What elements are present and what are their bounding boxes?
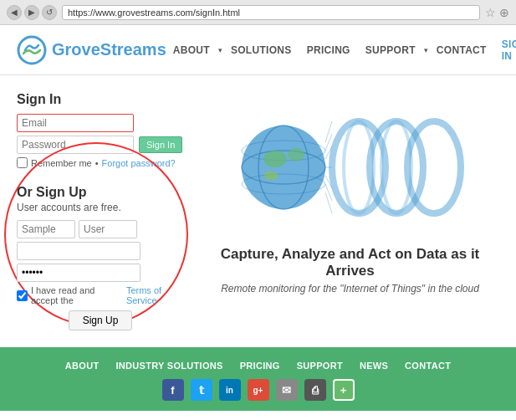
footer-nav-industry[interactable]: INDUSTRY SOLUTIONS	[115, 361, 222, 371]
signup-section: Or Sign Up User accounts are free. sampl…	[17, 185, 184, 330]
svg-line-20	[325, 192, 332, 213]
address-bar[interactable]: https://www.grovestreams.com/signIn.html	[62, 5, 480, 20]
logo-text: GroveStreams	[52, 40, 166, 59]
left-panel: Sign In Sign In Remember me • Forgot pas…	[17, 92, 184, 330]
site-header: GroveStreams ABOUT▾ SOLUTIONS PRICING SU…	[0, 25, 516, 75]
name-row	[17, 220, 184, 238]
signup-password-input[interactable]	[17, 264, 140, 282]
refresh-button[interactable]: ↺	[42, 5, 57, 20]
social-icons: f 𝕥 in g+ ✉ ⎙ +	[17, 379, 499, 401]
footer-nav-support[interactable]: SUPPORT	[297, 361, 343, 371]
main-content: Sign In Sign In Remember me • Forgot pas…	[0, 75, 516, 347]
right-panel: Capture, Analyze and Act on Data as it A…	[201, 92, 499, 330]
footer-nav-about[interactable]: ABOUT	[65, 361, 100, 371]
nav-pricing[interactable]: PRICING	[300, 41, 357, 59]
back-button[interactable]: ◀	[7, 5, 22, 20]
first-name-input[interactable]	[17, 220, 75, 238]
terms-checkbox[interactable]	[17, 290, 28, 301]
facebook-icon[interactable]: f	[162, 379, 184, 401]
remember-row: Remember me • Forgot password?	[17, 157, 184, 168]
email-icon[interactable]: ✉	[276, 379, 298, 401]
svg-point-1	[242, 125, 325, 209]
forgot-password-link[interactable]: Forgot password?	[102, 158, 176, 168]
linkedin-icon[interactable]: in	[219, 379, 241, 401]
add-icon[interactable]: +	[333, 379, 355, 401]
signin-button[interactable]: Sign In	[139, 136, 182, 153]
main-nav: ABOUT▾ SOLUTIONS PRICING SUPPORT▾ CONTAC…	[166, 35, 516, 65]
nav-support[interactable]: SUPPORT	[359, 41, 422, 59]
password-input[interactable]	[17, 136, 134, 154]
footer: ABOUT INDUSTRY SOLUTIONS PRICING SUPPORT…	[0, 347, 516, 411]
signin-title: Sign In	[17, 92, 184, 107]
browser-icons: ☆ ⊕	[485, 6, 509, 19]
remember-checkbox[interactable]	[17, 157, 28, 168]
nav-signin[interactable]: SIGN IN	[495, 35, 516, 65]
nav-solutions[interactable]: SOLUTIONS	[224, 41, 299, 59]
terms-row: I have read and accept the Terms of Serv…	[17, 285, 184, 305]
footer-nav-contact[interactable]: CONTACT	[405, 361, 451, 371]
email-input[interactable]	[17, 114, 134, 132]
svg-point-6	[263, 151, 287, 167]
footer-nav-pricing[interactable]: PRICING	[240, 361, 280, 371]
terms-prefix: I have read and accept the	[31, 285, 123, 305]
svg-point-13	[407, 121, 461, 213]
signin-row: Sign In	[17, 136, 184, 154]
twitter-icon[interactable]: 𝕥	[191, 379, 212, 401]
logo-part1: Grove	[52, 40, 100, 59]
signup-button[interactable]: Sign Up	[69, 310, 133, 330]
nav-about[interactable]: ABOUT	[166, 41, 217, 59]
signup-subtitle: User accounts are free.	[17, 202, 184, 213]
logo-icon	[17, 35, 47, 65]
rss-icon[interactable]: ⊕	[499, 6, 509, 19]
nav-contact[interactable]: CONTACT	[430, 41, 493, 59]
logo-area[interactable]: GroveStreams	[17, 35, 166, 65]
signin-section: Sign In Sign In Remember me • Forgot pas…	[17, 92, 184, 168]
footer-nav: ABOUT INDUSTRY SOLUTIONS PRICING SUPPORT…	[17, 361, 499, 371]
last-name-input[interactable]	[79, 220, 137, 238]
terms-link[interactable]: Terms of Service	[126, 285, 184, 305]
browser-nav-buttons[interactable]: ◀ ▶ ↺	[7, 5, 57, 20]
browser-chrome: ◀ ▶ ↺ https://www.grovestreams.com/signI…	[0, 0, 516, 25]
support-arrow: ▾	[424, 46, 428, 54]
footer-nav-news[interactable]: NEWS	[360, 361, 388, 371]
hero-graphic	[233, 100, 467, 234]
about-arrow: ▾	[218, 46, 222, 54]
remember-label: Remember me	[31, 158, 92, 168]
svg-point-7	[288, 148, 304, 161]
separator: •	[95, 158, 99, 168]
star-icon[interactable]: ☆	[485, 6, 496, 19]
signup-email-input[interactable]: sampleuser@gmail.com	[17, 242, 140, 260]
print-icon[interactable]: ⎙	[304, 379, 326, 401]
hero-subtitle: Remote monitoring for the "Internet of T…	[221, 283, 479, 295]
svg-line-14	[325, 121, 332, 142]
forward-button[interactable]: ▶	[24, 5, 39, 20]
google-plus-icon[interactable]: g+	[248, 379, 269, 401]
hero-title: Capture, Analyze and Act on Data as it A…	[201, 246, 499, 279]
logo-part2: Streams	[100, 40, 166, 59]
signup-title: Or Sign Up	[17, 185, 184, 200]
svg-point-8	[264, 171, 278, 181]
